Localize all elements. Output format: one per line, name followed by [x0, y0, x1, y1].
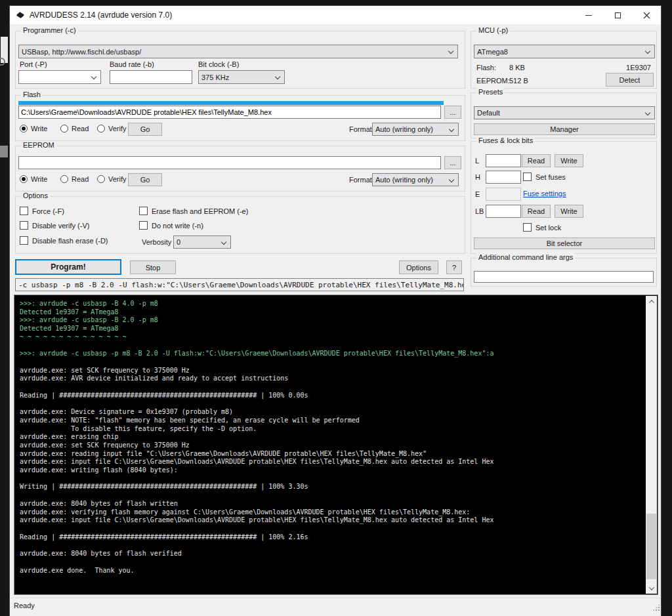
flash-write-label: Write [31, 125, 47, 133]
do-not-write-checkbox[interactable]: Do not write (-n) [139, 221, 203, 230]
verbosity-select[interactable]: 0 [173, 236, 231, 249]
console-line: avrdude.exe: NOTE: "flash" memory has be… [20, 417, 642, 425]
flash-read-label: Read [72, 125, 89, 133]
flash-verify-radio[interactable]: Verify [97, 125, 127, 133]
checkbox-icon [523, 223, 532, 232]
options-button[interactable]: Options [399, 260, 438, 274]
eeprom-go-button[interactable]: Go [128, 173, 162, 186]
mcu-eeprom-label: EEPROM: [476, 77, 510, 85]
disable-verify-label: Disable verify (-V) [32, 222, 89, 230]
minimize-button[interactable] [574, 6, 603, 24]
scroll-down-button[interactable] [646, 583, 657, 594]
console-line: avrdude.exe: input file C:\Users\Graeme\… [20, 516, 642, 525]
set-fuses-checkbox[interactable]: Set fuses [523, 173, 566, 181]
resize-grip[interactable] [653, 604, 660, 611]
args-legend: Additional command line args [476, 253, 575, 261]
help-button[interactable]: ? [446, 260, 462, 274]
mcu-select[interactable]: ATmega8 [474, 45, 655, 58]
titlebar[interactable]: AVRDUDESS 2.14 (avrdude version 7.0) [10, 6, 661, 24]
radio-selected-icon [20, 175, 28, 183]
erase-flash-eeprom-label: Erase flash and EEPROM (-e) [152, 207, 248, 215]
eeprom-write-label: Write [31, 175, 47, 183]
minimize-icon [585, 15, 592, 16]
flash-verify-label: Verify [108, 125, 127, 133]
console-log: >>>: avrdude -c usbasp -B 4.0 -p m8Detec… [14, 295, 658, 595]
checkbox-icon [139, 207, 148, 215]
checkbox-icon [20, 207, 28, 215]
erase-flash-eeprom-checkbox[interactable]: Erase flash and EEPROM (-e) [139, 207, 248, 215]
maximize-button[interactable] [603, 6, 632, 24]
console-output: >>>: avrdude -c usbasp -B 4.0 -p m8Detec… [20, 300, 642, 575]
set-lock-label: Set lock [536, 224, 561, 232]
flash-format-label: Format [349, 125, 372, 133]
manager-button[interactable]: Manager [474, 123, 655, 135]
chevron-down-icon [275, 74, 280, 79]
bitclock-select[interactable]: 375 KHz [198, 70, 285, 84]
bit-selector-button[interactable]: Bit selector [474, 237, 655, 249]
console-scrollbar[interactable] [646, 296, 657, 594]
disable-flash-erase-checkbox[interactable]: Disable flash erase (-D) [20, 236, 108, 245]
args-group: Additional command line args [471, 258, 657, 287]
console-line [20, 475, 642, 483]
fuse-settings-link[interactable]: Fuse settings [523, 190, 566, 197]
fuse-l-label: L [475, 157, 479, 165]
port-select[interactable] [18, 70, 101, 84]
flash-write-radio[interactable]: Write [20, 125, 47, 133]
flash-go-button[interactable]: Go [128, 123, 162, 136]
chevron-down-icon [449, 177, 454, 182]
fuse-h-input[interactable] [486, 171, 521, 184]
fuses-write-button[interactable]: Write [555, 154, 583, 167]
fuse-h-label: H [475, 173, 480, 181]
lock-read-button[interactable]: Read [522, 205, 551, 218]
scrollbar-thumb[interactable] [646, 514, 656, 579]
set-lock-checkbox[interactable]: Set lock [523, 223, 561, 232]
command-line-preview[interactable]: -c usbasp -p m8 -B 2.0 -U flash:w:"C:\Us… [15, 278, 464, 291]
force-checkbox[interactable]: Force (-F) [20, 207, 64, 215]
mcu-flash-label: Flash: [476, 64, 496, 72]
mcu-signature: 1E9307 [626, 64, 651, 72]
arrow-up-icon [648, 300, 654, 305]
disable-verify-checkbox[interactable]: Disable verify (-V) [20, 221, 89, 230]
eeprom-verify-radio[interactable]: Verify [97, 175, 127, 183]
mcu-eeprom-size: 512 B [509, 77, 528, 85]
window-title: AVRDUDESS 2.14 (avrdude version 7.0) [30, 10, 172, 20]
lock-write-button[interactable]: Write [555, 205, 583, 218]
eeprom-format-value: Auto (writing only) [375, 176, 433, 184]
console-line: avrdude.exe: verifying flash memory agai… [20, 508, 642, 517]
lock-bits-input[interactable] [486, 205, 521, 218]
flash-format-select[interactable]: Auto (writing only) [372, 123, 459, 136]
presets-select[interactable]: Default [474, 106, 655, 119]
console-line: avrdude.exe: 8040 bytes of flash written [20, 500, 642, 508]
console-line [20, 525, 642, 533]
flash-file-input[interactable] [18, 106, 441, 119]
scroll-up-button[interactable] [646, 296, 657, 307]
eeprom-browse-button[interactable]: ... [444, 156, 461, 169]
program-button[interactable]: Program! [15, 259, 121, 275]
flash-browse-button[interactable]: ... [444, 106, 461, 119]
app-icon [16, 11, 24, 19]
eeprom-file-input[interactable] [18, 156, 441, 169]
console-line [20, 491, 642, 500]
detect-button[interactable]: Detect [606, 73, 654, 87]
args-input[interactable] [474, 271, 654, 283]
flash-read-radio[interactable]: Read [60, 125, 89, 133]
fuses-read-button[interactable]: Read [522, 154, 551, 167]
eeprom-write-radio[interactable]: Write [20, 175, 47, 183]
radio-icon [60, 175, 68, 183]
fuse-l-input[interactable] [486, 154, 521, 167]
console-line: avrdude.exe: set SCK frequency to 375000… [20, 441, 642, 450]
console-line: Writing | ##############################… [20, 483, 642, 491]
do-not-write-label: Do not write (-n) [152, 222, 203, 230]
baud-input[interactable] [110, 70, 192, 84]
console-line: avrdude.exe: AVR device initialized and … [20, 375, 642, 383]
console-line: avrdude.exe: erasing chip [20, 433, 642, 441]
eeprom-format-select[interactable]: Auto (writing only) [372, 173, 459, 186]
eeprom-read-radio[interactable]: Read [60, 175, 89, 183]
presets-group: Presets Default Manager [471, 92, 657, 138]
flash-format-value: Auto (writing only) [375, 125, 433, 133]
programmer-select[interactable]: USBasp, http://www.fischl.de/usbasp/ [18, 45, 458, 58]
close-button[interactable] [632, 6, 661, 24]
console-line: avrdude.exe done. Thank you. [20, 567, 642, 575]
stop-button[interactable]: Stop [130, 260, 176, 274]
desktop-artifact [0, 58, 5, 66]
